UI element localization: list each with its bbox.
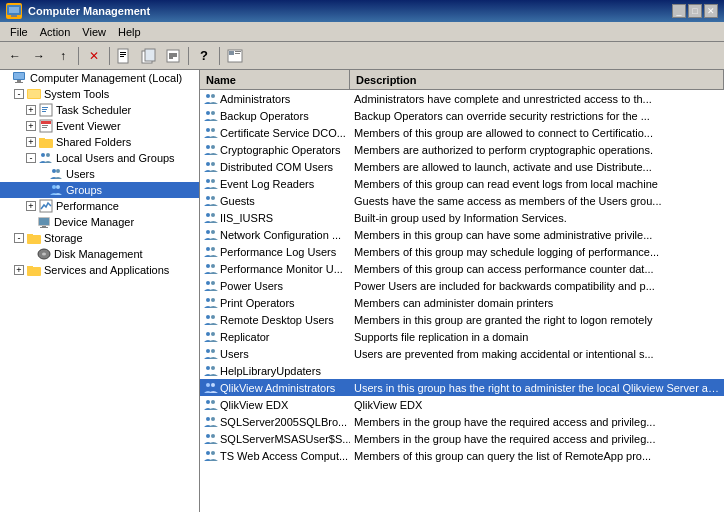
list-cell-name: Cryptographic Operators [200,142,350,158]
tree-item-system-tools[interactable]: - System Tools [0,86,199,102]
list-row[interactable]: TS Web Access Comput...Members of this g… [200,447,724,464]
up-button[interactable]: ↑ [52,45,74,67]
svg-point-67 [211,230,215,234]
tree-item-event-viewer[interactable]: + Event Viewer [0,118,199,134]
svg-point-84 [206,383,210,387]
list-row[interactable]: ReplicatorSupports file replication in a… [200,328,724,345]
new-window-button[interactable] [138,45,160,67]
expand-local-users-groups[interactable]: - [26,153,36,163]
svg-rect-42 [42,226,46,227]
back-button[interactable]: ← [4,45,26,67]
svg-point-74 [206,298,210,302]
expand-storage[interactable]: - [14,233,24,243]
list-cell-description: QlikView EDX [350,398,724,412]
tree-item-groups[interactable]: Groups [0,182,199,198]
list-cell-name: Network Configuration ... [200,227,350,243]
help-button[interactable]: ? [193,45,215,67]
tree-item-users[interactable]: Users [0,166,199,182]
svg-point-55 [211,128,215,132]
list-row[interactable]: Backup OperatorsBackup Operators can ove… [200,107,724,124]
expand-shared-folders[interactable]: + [26,137,36,147]
list-row[interactable]: Performance Monitor U...Members of this … [200,260,724,277]
forward-button[interactable]: → [28,45,50,67]
column-header-name[interactable]: Name [200,70,350,89]
event-viewer-icon [38,118,54,134]
svg-rect-26 [42,111,46,112]
menu-view[interactable]: View [76,24,112,40]
list-row[interactable]: UsersUsers are prevented from making acc… [200,345,724,362]
system-tools-icon [26,86,42,102]
list-cell-name-text: Cryptographic Operators [220,144,340,156]
tree-item-performance[interactable]: + Performance [0,198,199,214]
list-cell-name-text: QlikView Administrators [220,382,335,394]
tree-item-shared-folders[interactable]: + Shared Folders [0,134,199,150]
close-button[interactable]: ✕ [704,4,718,18]
tree-item-device-manager[interactable]: Device Manager [0,214,199,230]
svg-rect-5 [120,54,126,55]
svg-point-93 [211,451,215,455]
svg-point-64 [206,213,210,217]
expand-task-scheduler[interactable]: + [26,105,36,115]
tree-item-computer-management[interactable]: Computer Management (Local) [0,70,199,86]
window-controls[interactable]: _ □ ✕ [672,4,718,18]
list-row[interactable]: QlikView AdministratorsUsers in this gro… [200,379,724,396]
list-row[interactable]: Event Log ReadersMembers of this group c… [200,175,724,192]
expand-system-tools[interactable]: - [14,89,24,99]
list-row[interactable]: HelpLibraryUpdaters [200,362,724,379]
list-row[interactable]: Certificate Service DCO...Members of thi… [200,124,724,141]
group-row-icon [204,296,218,310]
list-cell-name: QlikView Administrators [200,380,350,396]
list-row[interactable]: Distributed COM UsersMembers are allowed… [200,158,724,175]
list-row[interactable]: Remote Desktop UsersMembers in this grou… [200,311,724,328]
list-row[interactable]: Power UsersPower Users are included for … [200,277,724,294]
list-cell-name-text: Print Operators [220,297,295,309]
tree-item-storage[interactable]: - Storage [0,230,199,246]
tree-item-task-scheduler[interactable]: + Task Scheduler [0,102,199,118]
list-row[interactable]: IIS_IUSRSBuilt-in group used by Informat… [200,209,724,226]
toolbar-sep-1 [78,47,79,65]
svg-point-33 [41,153,45,157]
list-row[interactable]: Network Configuration ...Members in this… [200,226,724,243]
expand-event-viewer[interactable]: + [26,121,36,131]
minimize-button[interactable]: _ [672,4,686,18]
list-cell-description: Members in the group have the required a… [350,432,724,446]
list-cell-name: Backup Operators [200,108,350,124]
list-row[interactable]: SQLServerMSASUser$S...Members in the gro… [200,430,724,447]
group-row-icon [204,262,218,276]
group-row-icon [204,160,218,174]
svg-rect-29 [42,125,48,126]
svg-rect-22 [28,90,40,98]
expand-performance[interactable]: + [26,201,36,211]
menu-help[interactable]: Help [112,24,147,40]
svg-rect-15 [235,51,241,52]
list-row[interactable]: Cryptographic OperatorsMembers are autho… [200,141,724,158]
list-row[interactable]: GuestsGuests have the same access as mem… [200,192,724,209]
tree-item-disk-management[interactable]: Disk Management [0,246,199,262]
tree-label-local-users-groups: Local Users and Groups [56,152,175,164]
list-cell-description: Power Users are included for backwards c… [350,279,724,293]
view-button[interactable] [224,45,246,67]
list-row[interactable]: Performance Log UsersMembers of this gro… [200,243,724,260]
list-cell-name-text: SQLServer2005SQLBro... [220,416,347,428]
maximize-button[interactable]: □ [688,4,702,18]
svg-point-34 [46,153,50,157]
svg-point-38 [56,185,60,189]
delete-button[interactable]: ✕ [83,45,105,67]
tree-item-services-apps[interactable]: + Services and Applications [0,262,199,278]
list-row[interactable]: SQLServer2005SQLBro...Members in the gro… [200,413,724,430]
right-panel: Name Description AdministratorsAdministr… [200,70,724,512]
properties-button[interactable] [114,45,136,67]
expand-services-apps[interactable]: + [14,265,24,275]
list-row[interactable]: QlikView EDXQlikView EDX [200,396,724,413]
column-header-description[interactable]: Description [350,70,724,89]
list-row[interactable]: AdministratorsAdministrators have comple… [200,90,724,107]
svg-rect-48 [27,267,41,276]
task-scheduler-icon [38,102,54,118]
list-cell-description: Supports file replication in a domain [350,330,724,344]
svg-point-90 [206,434,210,438]
export-button[interactable] [162,45,184,67]
tree-item-local-users-groups[interactable]: - Local Users and Groups [0,150,199,166]
menu-action[interactable]: Action [34,24,77,40]
list-row[interactable]: Print OperatorsMembers can administer do… [200,294,724,311]
menu-file[interactable]: File [4,24,34,40]
